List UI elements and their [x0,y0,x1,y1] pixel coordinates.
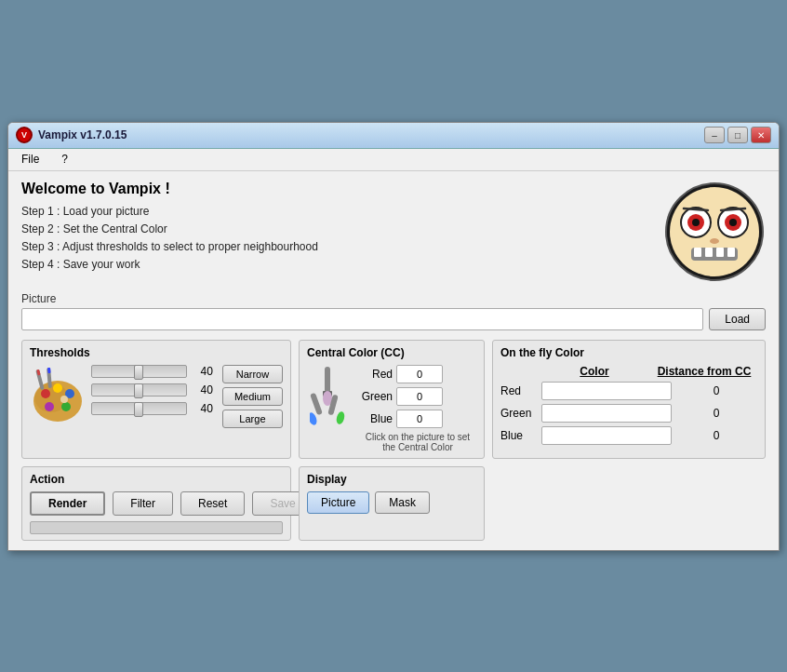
cc-blue-row: Blue [359,410,476,428]
otf-blue-color-input[interactable] [541,426,672,445]
svg-rect-10 [705,248,713,257]
thresholds-title: Thresholds [30,346,283,359]
narrow-button[interactable]: Narrow [222,365,283,383]
render-button[interactable]: Render [30,491,105,516]
otf-blue-label: Blue [500,429,538,442]
cc-red-input[interactable] [396,365,443,383]
cc-green-input[interactable] [396,387,443,406]
cc-blue-input[interactable] [396,410,443,428]
svg-point-22 [45,402,54,411]
main-window: V Vampix v1.7.0.15 – □ ✕ File ? Welcome … [7,122,780,551]
welcome-text: Welcome to Vampix ! Step 1 : Load your p… [21,181,318,275]
filter-button[interactable]: Filter [113,491,173,516]
content-area: Welcome to Vampix ! Step 1 : Load your p… [8,171,779,550]
display-box: Display Picture Mask [299,466,485,541]
picture-input[interactable] [21,308,703,330]
minimize-button[interactable]: – [704,127,725,143]
menu-file[interactable]: File [14,151,47,168]
medium-button[interactable]: Medium [222,387,283,406]
svg-point-23 [60,396,68,403]
mascot-image [663,181,766,283]
slider-row-1: 40 [91,365,213,378]
cc-hint: Click on the picture to set the Central … [359,432,476,452]
window-title: Vampix v1.7.0.15 [38,128,704,141]
svg-point-18 [41,389,50,398]
slider-2[interactable] [91,383,187,396]
action-title: Action [30,473,283,486]
cc-body: Red Green Blue Click on the picture to s… [307,365,476,452]
welcome-section: Welcome to Vampix ! Step 1 : Load your p… [21,181,766,283]
menubar: File ? [8,149,779,171]
otf-blue-dist: 0 [675,429,757,442]
otf-green-color-input[interactable] [541,404,672,423]
step4-text: Step 4 : Save your work [21,256,318,274]
welcome-heading: Welcome to Vampix ! [21,181,318,197]
slider-row-2: 40 [91,383,213,396]
svg-point-34 [335,410,345,425]
thresholds-body: 40 40 40 [30,365,283,430]
svg-rect-31 [310,392,323,415]
thresholds-panel: Thresholds [21,340,291,459]
otf-green-row: Green 0 [500,404,757,423]
slider-3[interactable] [91,402,187,415]
svg-point-32 [310,411,318,426]
slider-1[interactable] [91,365,187,378]
close-button[interactable]: ✕ [751,127,771,143]
palette-icon [30,365,86,430]
main-panels: Thresholds [21,340,766,459]
action-box: Action Render Filter Reset Save [21,466,291,541]
reset-button[interactable]: Reset [180,491,245,516]
slider-1-val: 40 [191,365,213,378]
progress-scrollbar[interactable] [30,521,283,534]
otf-header: Color Distance from CC [500,365,757,378]
otf-red-color-input[interactable] [541,382,672,400]
step1-text: Step 1 : Load your picture [21,203,318,221]
svg-point-19 [53,383,62,393]
otf-title: On the fly Color [500,346,757,359]
slider-3-val: 40 [191,402,213,415]
display-mask-button[interactable]: Mask [375,491,430,514]
cc-fields: Red Green Blue Click on the picture to s… [359,365,476,452]
large-button[interactable]: Large [222,410,283,428]
step3-text: Step 3 : Adjust thresholds to select to … [21,238,318,256]
display-title: Display [307,473,476,486]
lower-area: Action Render Filter Reset Save Display … [21,466,766,541]
svg-rect-28 [325,367,330,393]
title-bar: V Vampix v1.7.0.15 – □ ✕ [8,123,779,149]
cc-title: Central Color (CC) [307,346,476,359]
mascot-area [663,181,766,283]
action-buttons: Render Filter Reset Save [30,491,283,516]
otf-color-header: Color [541,365,647,378]
svg-rect-27 [47,367,51,372]
svg-point-21 [61,402,71,411]
cc-green-row: Green [359,387,476,406]
svg-rect-12 [727,248,735,257]
otf-green-dist: 0 [675,407,757,420]
cc-red-label: Red [359,368,393,381]
sliders-area: 40 40 40 [91,365,213,430]
slider-2-val: 40 [191,383,213,396]
svg-point-6 [692,219,700,226]
maximize-button[interactable]: □ [727,127,748,143]
otf-red-dist: 0 [675,384,757,397]
otf-blue-row: Blue 0 [500,426,757,445]
display-buttons: Picture Mask [307,491,476,514]
otf-dist-header: Distance from CC [651,365,757,378]
picture-section: Picture Load [21,292,766,330]
menu-help[interactable]: ? [54,151,75,168]
cc-red-row: Red [359,365,476,383]
picture-label: Picture [21,292,766,305]
svg-rect-9 [694,248,701,257]
svg-point-7 [729,219,737,226]
svg-rect-11 [716,248,724,257]
step2-text: Step 2 : Set the Central Color [21,221,318,238]
display-picture-button[interactable]: Picture [307,491,369,514]
otf-green-label: Green [500,407,538,420]
app-icon: V [16,127,33,143]
otf-red-row: Red 0 [500,382,757,400]
central-color-panel: Central Color (CC) [299,340,485,459]
load-button[interactable]: Load [709,308,766,330]
window-controls: – □ ✕ [704,127,771,143]
cc-green-label: Green [359,390,393,403]
otf-table: Color Distance from CC Red 0 Green 0 [500,365,757,445]
